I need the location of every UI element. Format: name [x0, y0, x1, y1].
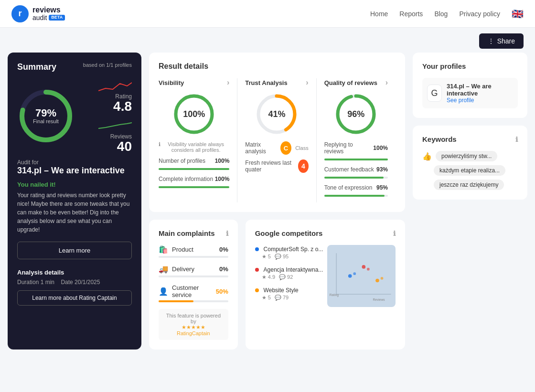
you-nailed: You nailed it! — [17, 181, 132, 188]
quality-col: Quality of reviews › 96% — [317, 78, 396, 202]
logo-reviews: reviews — [32, 6, 65, 14]
complaint-delivery: 🚚 Delivery 0% — [159, 265, 228, 277]
progress-bar — [159, 186, 229, 188]
complaints-title: Main complaints — [159, 229, 215, 237]
see-profile-link[interactable]: See profile — [447, 97, 513, 104]
product-bar — [159, 256, 228, 258]
keywords-title: Keywords — [422, 135, 457, 143]
progress-bar — [159, 168, 229, 170]
share-icon: ⋮ — [488, 37, 494, 45]
main-nav: Home Reports Blog Privacy policy 🇬🇧 — [370, 8, 524, 20]
quality-circle: 96% — [324, 93, 388, 136]
svg-text:Rating: Rating — [330, 293, 339, 297]
complaints-card: Main complaints ℹ 🛍️ Product 0% 🚚 Delive… — [149, 220, 238, 350]
profile-name: 314.pl – We are interactive — [447, 83, 513, 97]
visibility-arrow[interactable]: › — [227, 78, 229, 87]
competitor-3: Website Style ★ 5 💬 79 — [255, 286, 323, 301]
keyword-tag: jeszcze raz dziękujemy — [434, 180, 504, 190]
rating-captain-button[interactable]: Learn more about Rating Captain — [17, 290, 132, 306]
svg-point-11 — [348, 274, 352, 278]
customer-service-icon: 👤 — [159, 287, 168, 296]
analysis-meta: Duration 1 min Date 20/1/2025 — [17, 279, 132, 286]
reviews-value: 40 — [98, 140, 132, 153]
result-grid: Visibility › 100% ℹ — [159, 78, 396, 202]
trust-arrow[interactable]: › — [306, 78, 308, 87]
competitor-list: ComputerSoft Sp. z o... ★ 5 💬 95 Agencja… — [255, 245, 323, 307]
competitors-grid: ComputerSoft Sp. z o... ★ 5 💬 95 Agencja… — [255, 245, 396, 307]
product-icon: 🛍️ — [159, 245, 168, 254]
quality-value: 96% — [347, 109, 364, 119]
svg-point-13 — [375, 279, 379, 283]
rating-reviews: Rating 4.8 Reviews 40 — [98, 79, 132, 153]
right-panel: Your profiles G 314.pl – We are interact… — [413, 53, 527, 350]
profiles-card: Your profiles G 314.pl – We are interact… — [413, 53, 527, 118]
trust-col: Trust Analysis › 41% Matrix — [237, 78, 316, 202]
logo-icon: r — [11, 5, 29, 22]
donut-text: 79% Final result — [33, 108, 59, 124]
metric-row: Replying to reviews 100% — [324, 141, 388, 155]
logo-text: reviews audit BETA — [32, 6, 65, 21]
metric-row: Customer feedback 93% — [324, 166, 388, 173]
fresh-row: Fresh reviews last quater 4 — [245, 159, 308, 173]
result-details-title: Result details — [159, 62, 396, 71]
share-button[interactable]: ⋮ Share — [479, 33, 524, 49]
visibility-note: ℹ Visibility variable always considers a… — [159, 141, 229, 153]
keyword-list: 👍 powierzyliśmy stw... każdym etapie rea… — [422, 151, 518, 190]
svg-point-12 — [362, 265, 365, 269]
nailed-text: Your rating and reviews number look pret… — [17, 191, 132, 234]
quality-arrow[interactable]: › — [385, 78, 388, 87]
language-flag[interactable]: 🇬🇧 — [512, 8, 524, 20]
keyword-tag: każdym etapie realiza... — [434, 165, 505, 176]
score-area: 79% Final result Rating 4.8 — [17, 79, 132, 153]
keywords-info-icon[interactable]: ℹ — [515, 136, 518, 143]
competitor-1: ComputerSoft Sp. z o... ★ 5 💬 95 — [255, 245, 323, 260]
trust-circle: 41% — [245, 93, 308, 136]
share-bar: ⋮ Share — [0, 28, 535, 53]
audit-for-label: Audit for — [17, 159, 132, 166]
svg-point-14 — [353, 272, 356, 275]
analysis-details: Analysis details Duration 1 min Date 20/… — [17, 269, 132, 306]
visibility-title: Visibility — [159, 79, 184, 86]
keyword-2: każdym etapie realiza... — [422, 165, 518, 176]
learn-more-button[interactable]: Learn more — [17, 242, 132, 259]
rating-value: 4.8 — [98, 100, 132, 113]
customer-service-bar — [159, 300, 228, 302]
dot-orange — [255, 288, 259, 292]
beta-badge: BETA — [49, 15, 65, 21]
reviews-chart — [98, 119, 132, 133]
trust-title: Trust Analysis — [245, 79, 287, 86]
svg-point-15 — [367, 268, 370, 271]
competitors-card: Google competitors ℹ ComputerSoft Sp. z … — [246, 220, 405, 350]
profile-info: 314.pl – We are interactive See profile — [447, 83, 513, 104]
metric-row: Tone of expression 95% — [324, 184, 388, 191]
complaint-product: 🛍️ Product 0% — [159, 245, 228, 258]
svg-point-16 — [381, 277, 384, 280]
audit-company: 314.pl – We are interactive — [17, 166, 132, 176]
competitors-info-icon[interactable]: ℹ — [393, 230, 396, 237]
logo: r reviews audit BETA — [11, 5, 65, 22]
left-panel: Summary based on 1/1 profiles 79% Final … — [8, 53, 141, 350]
bottom-cards: Main complaints ℹ 🛍️ Product 0% 🚚 Delive… — [149, 220, 405, 350]
rating-chart — [98, 79, 132, 93]
delivery-bar — [159, 275, 228, 277]
keyword-3: jeszcze raz dziękujemy — [422, 180, 518, 190]
competitors-title: Google competitors — [255, 229, 323, 237]
nav-blog[interactable]: Blog — [434, 10, 448, 18]
visibility-col: Visibility › 100% ℹ — [159, 78, 237, 202]
nav-home[interactable]: Home — [370, 10, 388, 18]
profiles-title: Your profiles — [422, 62, 518, 70]
progress-bar — [324, 159, 388, 160]
keyword-tag: powierzyliśmy stw... — [436, 151, 497, 161]
final-score-donut: 79% Final result — [17, 87, 75, 145]
matrix-row: Matrix analysis C Class — [245, 141, 308, 155]
dot-red — [255, 268, 259, 272]
final-label: Final result — [33, 118, 59, 124]
nav-reports[interactable]: Reports — [399, 10, 423, 18]
middle-panel: Result details Visibility › — [149, 53, 405, 350]
powered-by: This feature is powered by ★★★★★ RatingC… — [159, 309, 228, 340]
competitor-chart: Rating Reviews — [327, 245, 396, 307]
thumb-icon: 👍 — [422, 152, 432, 161]
nav-privacy[interactable]: Privacy policy — [459, 10, 500, 18]
quality-title: Quality of reviews — [324, 79, 377, 86]
complaints-info-icon[interactable]: ℹ — [226, 230, 228, 237]
